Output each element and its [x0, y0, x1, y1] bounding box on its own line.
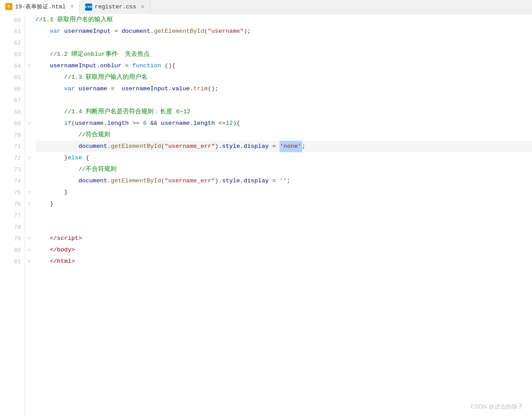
fold-64[interactable]: ▽: [25, 60, 34, 72]
code-line-81: </html>: [35, 256, 532, 267]
code-line-61: var usernameInput = document.getElementB…: [35, 26, 532, 37]
code-line-68: //1.4 判断用户名是否符合规则：长度 6~12: [35, 106, 532, 118]
line-66: 66: [4, 83, 21, 95]
fold-65: [25, 72, 34, 83]
css-file-icon: css: [85, 4, 92, 11]
line-73: 73: [4, 164, 21, 175]
code-line-79: </script>: [35, 233, 532, 244]
line-69: 69: [4, 118, 21, 129]
fold-73: [25, 164, 34, 175]
code-line-62: [35, 37, 532, 49]
line-63: 63: [4, 49, 21, 60]
fold-70: [25, 129, 34, 141]
fold-66: [25, 83, 34, 95]
code-line-63: //1.2 绑定onblur事件 失去焦点: [35, 49, 532, 60]
code-line-71: document.getElementById("username_err").…: [35, 141, 532, 152]
fold-74: [25, 175, 34, 187]
fold-77: [25, 210, 34, 221]
tab-css-label: register.css: [95, 4, 136, 10]
line-77: 77: [4, 210, 21, 221]
code-line-72: }else {: [35, 152, 532, 164]
code-line-70: //符合规则: [35, 129, 532, 141]
fold-75[interactable]: ▽: [25, 187, 34, 198]
line-65: 65: [4, 72, 21, 83]
code-line-80: </body>: [35, 244, 532, 256]
fold-61: [25, 26, 34, 37]
line-79: 79: [4, 233, 21, 244]
fold-78: [25, 221, 34, 233]
tab-html[interactable]: H 19-表单验证.html ×: [0, 0, 80, 14]
tab-html-close[interactable]: ×: [70, 3, 74, 10]
fold-62: [25, 37, 34, 49]
code-line-73: //不合符规则: [35, 164, 532, 175]
tab-css-close[interactable]: ×: [140, 4, 144, 11]
code-line-67: [35, 95, 532, 106]
line-74: 74: [4, 175, 21, 187]
tab-css[interactable]: css register.css ×: [80, 0, 150, 14]
fold-60: [25, 14, 34, 26]
line-67: 67: [4, 95, 21, 106]
tab-bar: H 19-表单验证.html × css register.css ×: [0, 0, 532, 14]
code-line-64: usernameInput.onblur = function (){: [35, 60, 532, 72]
code-line-75: }: [35, 187, 532, 198]
fold-72[interactable]: ▽: [25, 152, 34, 164]
code-line-69: if(username.length >= 6 && username.leng…: [35, 118, 532, 129]
line-80: 80: [4, 244, 21, 256]
line-76: 76: [4, 198, 21, 210]
fold-81[interactable]: ▽: [25, 256, 34, 267]
line-70: 70: [4, 129, 21, 141]
line-72: 72: [4, 152, 21, 164]
fold-79[interactable]: ▽: [25, 233, 34, 244]
line-number-gutter: 60 61 62 63 64 65 66 67 68 69 70 71 72 7…: [0, 14, 25, 416]
line-78: 78: [4, 221, 21, 233]
line-60: 60: [4, 14, 21, 26]
line-71: 71: [4, 141, 21, 152]
tab-html-label: 19-表单验证.html: [15, 3, 66, 11]
code-content[interactable]: //1.1 获取用户名的输入框 var usernameInput = docu…: [34, 14, 532, 416]
line-64: 64: [4, 60, 21, 72]
code-line-65: //1.3 获取用户输入的用户名: [35, 72, 532, 83]
html-file-icon: H: [5, 3, 12, 10]
fold-80[interactable]: ▽: [25, 244, 34, 256]
code-line-77: [35, 210, 532, 221]
watermark: CSDN @进击的猿子: [470, 403, 523, 411]
line-61: 61: [4, 26, 21, 37]
code-line-66: var username = usernameInput.value.trim(…: [35, 83, 532, 95]
code-editor: 60 61 62 63 64 65 66 67 68 69 70 71 72 7…: [0, 14, 532, 416]
line-62: 62: [4, 37, 21, 49]
fold-76[interactable]: ▽: [25, 198, 34, 210]
fold-63: [25, 49, 34, 60]
comment-60: //1.1 获取用户名的输入框: [35, 14, 113, 26]
code-line-78: [35, 221, 532, 233]
fold-67: [25, 95, 34, 106]
fold-69[interactable]: ▽: [25, 118, 34, 129]
fold-column: ▽ ▽ ▽ ▽ ▽ ▽ ▽ ▽: [25, 14, 34, 416]
line-68: 68: [4, 106, 21, 118]
fold-71: [25, 141, 34, 152]
code-line-74: document.getElementById("username_err").…: [35, 175, 532, 187]
code-line-60: //1.1 获取用户名的输入框: [35, 14, 532, 26]
line-81: 81: [4, 256, 21, 267]
line-75: 75: [4, 187, 21, 198]
fold-68: [25, 106, 34, 118]
code-line-76: }: [35, 198, 532, 210]
